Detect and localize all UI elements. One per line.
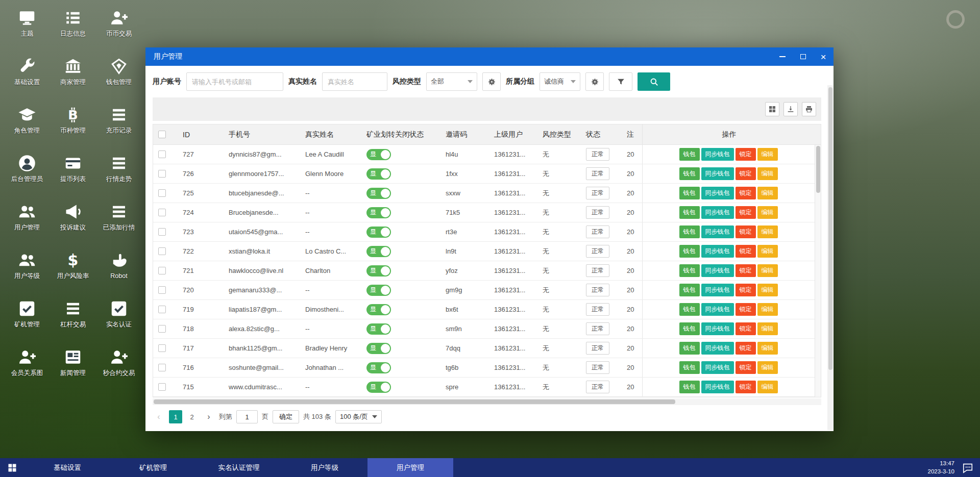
wallet-button[interactable]: 钱包 (679, 284, 700, 296)
transfer-toggle[interactable]: 显 (366, 323, 391, 335)
transfer-toggle[interactable]: 显 (366, 149, 391, 160)
risk-settings-button[interactable] (482, 72, 501, 91)
wallet-button[interactable]: 钱包 (679, 381, 700, 393)
row-checkbox[interactable] (158, 383, 166, 391)
export-button[interactable] (783, 102, 798, 116)
scrollbar-thumb[interactable] (828, 87, 832, 370)
edit-button[interactable]: 编辑 (757, 225, 778, 238)
sync-wallet-button[interactable]: 同步钱包 (701, 342, 734, 355)
transfer-toggle[interactable]: 显 (366, 168, 391, 180)
status-button[interactable]: 正常 (586, 167, 609, 180)
chat-button[interactable] (962, 462, 974, 474)
wallet-button[interactable]: 钱包 (679, 148, 700, 161)
row-checkbox[interactable] (158, 209, 166, 216)
desktop-shortcut[interactable]: 基础设置 (4, 52, 50, 100)
desktop-shortcut[interactable]: 会员关系图 (4, 342, 50, 391)
status-button[interactable]: 正常 (586, 381, 609, 393)
sync-wallet-button[interactable]: 同步钱包 (701, 322, 734, 335)
wallet-button[interactable]: 钱包 (679, 245, 700, 258)
desktop-shortcut[interactable]: 新闻管理 (50, 342, 96, 391)
table-vertical-scrollbar[interactable] (815, 145, 821, 397)
edit-button[interactable]: 编辑 (757, 303, 778, 316)
risk-type-select[interactable]: 全部 (426, 72, 477, 91)
transfer-toggle[interactable]: 显 (366, 246, 391, 257)
filter-button[interactable] (609, 72, 632, 91)
goto-page-input[interactable] (236, 410, 258, 423)
taskbar-item[interactable]: 用户管理 (368, 458, 453, 477)
taskbar-item[interactable]: 用户等级 (282, 458, 368, 477)
lock-button[interactable]: 锁定 (736, 167, 756, 180)
sync-wallet-button[interactable]: 同步钱包 (701, 264, 734, 277)
account-input[interactable] (186, 72, 283, 91)
taskbar-item[interactable]: 矿机管理 (110, 458, 196, 477)
confirm-page-button[interactable]: 确定 (273, 410, 299, 423)
maximize-button[interactable] (793, 47, 813, 66)
desktop-shortcut[interactable]: 商家管理 (50, 52, 96, 100)
row-checkbox[interactable] (158, 170, 166, 178)
wallet-button[interactable]: 钱包 (679, 342, 700, 355)
wallet-button[interactable]: 钱包 (679, 206, 700, 219)
prev-page-button[interactable]: ‹ (153, 410, 165, 423)
table-horizontal-scrollbar[interactable] (153, 398, 821, 405)
row-checkbox[interactable] (158, 189, 166, 197)
status-button[interactable]: 正常 (586, 187, 609, 199)
sync-wallet-button[interactable]: 同步钱包 (701, 225, 734, 238)
sync-wallet-button[interactable]: 同步钱包 (701, 381, 734, 393)
group-settings-button[interactable] (585, 72, 604, 91)
desktop-shortcut[interactable]: 实名认证 (96, 294, 142, 342)
per-page-select[interactable]: 100 条/页 (335, 410, 382, 423)
status-button[interactable]: 正常 (586, 264, 609, 277)
lock-button[interactable]: 锁定 (736, 225, 756, 238)
taskbar-item[interactable]: 基础设置 (24, 458, 110, 477)
lock-button[interactable]: 锁定 (736, 303, 756, 316)
edit-button[interactable]: 编辑 (757, 284, 778, 296)
lock-button[interactable]: 锁定 (736, 206, 756, 219)
row-checkbox[interactable] (158, 325, 166, 333)
next-page-button[interactable]: › (203, 410, 215, 423)
edit-button[interactable]: 编辑 (757, 381, 778, 393)
desktop-shortcut[interactable]: 用户等级 (4, 245, 50, 294)
page-button[interactable]: 2 (185, 410, 199, 423)
edit-button[interactable]: 编辑 (757, 245, 778, 258)
sync-wallet-button[interactable]: 同步钱包 (701, 187, 734, 199)
scrollbar-thumb[interactable] (816, 146, 820, 193)
columns-toggle-button[interactable] (765, 102, 779, 116)
status-button[interactable]: 正常 (586, 225, 609, 238)
search-button[interactable] (638, 72, 670, 91)
lock-button[interactable]: 锁定 (736, 284, 756, 296)
row-checkbox[interactable] (158, 228, 166, 236)
sync-wallet-button[interactable]: 同步钱包 (701, 245, 734, 258)
row-checkbox[interactable] (158, 364, 166, 371)
edit-button[interactable]: 编辑 (757, 206, 778, 219)
sync-wallet-button[interactable]: 同步钱包 (701, 167, 734, 180)
select-all-checkbox[interactable] (158, 131, 166, 138)
edit-button[interactable]: 编辑 (757, 187, 778, 199)
taskbar-item[interactable]: 实名认证管理 (196, 458, 282, 477)
wallet-button[interactable]: 钱包 (679, 264, 700, 277)
row-checkbox[interactable] (158, 267, 166, 274)
sync-wallet-button[interactable]: 同步钱包 (701, 206, 734, 219)
lock-button[interactable]: 锁定 (736, 322, 756, 335)
desktop-shortcut[interactable]: 充币记录 (96, 100, 142, 148)
transfer-toggle[interactable]: 显 (366, 188, 391, 199)
lock-button[interactable]: 锁定 (736, 264, 756, 277)
desktop-shortcut[interactable]: 后台管理员 (4, 148, 50, 197)
status-button[interactable]: 正常 (586, 245, 609, 258)
lock-button[interactable]: 锁定 (736, 187, 756, 199)
desktop-shortcut[interactable]: 杠杆交易 (50, 294, 96, 342)
wallet-button[interactable]: 钱包 (679, 361, 700, 374)
desktop-shortcut[interactable]: $用户风险率 (50, 245, 96, 294)
transfer-toggle[interactable]: 显 (366, 343, 391, 354)
desktop-shortcut[interactable]: 行情走势 (96, 148, 142, 197)
status-button[interactable]: 正常 (586, 303, 609, 316)
status-button[interactable]: 正常 (586, 284, 609, 296)
edit-button[interactable]: 编辑 (757, 167, 778, 180)
close-button[interactable]: × (813, 47, 834, 66)
realname-input[interactable] (322, 72, 387, 91)
desktop-shortcut[interactable]: 已添加行情 (96, 197, 142, 245)
wallet-button[interactable]: 钱包 (679, 322, 700, 335)
desktop-shortcut[interactable]: 投诉建议 (50, 197, 96, 245)
edit-button[interactable]: 编辑 (757, 361, 778, 374)
lock-button[interactable]: 锁定 (736, 245, 756, 258)
lock-button[interactable]: 锁定 (736, 148, 756, 161)
